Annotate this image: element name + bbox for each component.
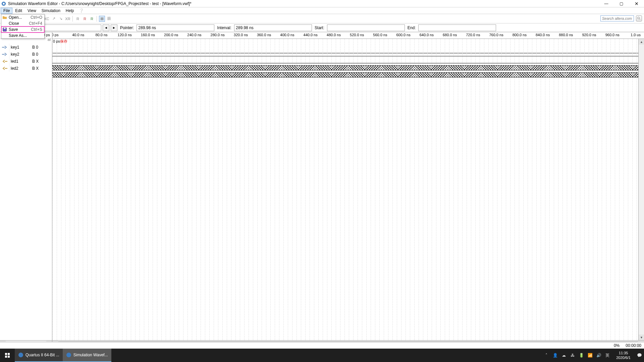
nav-next-button[interactable]: ► (111, 24, 117, 31)
grid-line (632, 39, 633, 340)
taskbar-app-quartus[interactable]: Quartus II 64-Bit ... (15, 349, 63, 362)
wave-vscroll[interactable]: ▲ ▼ (638, 39, 644, 340)
menu-help[interactable]: Help (63, 8, 77, 14)
ruler-tick: 1.0 us (631, 33, 641, 37)
ruler-tick: 840.0 ns (536, 33, 550, 37)
grid-line (401, 39, 401, 340)
tb-grid-icon[interactable]: ▦ (99, 16, 105, 22)
status-time: 00:00:00 (626, 343, 641, 348)
tray-network-icon[interactable]: 🖧 (570, 353, 575, 358)
maximize-button[interactable] (614, 0, 629, 7)
menu-simulation[interactable]: Simulation (39, 8, 63, 14)
grid-line (222, 39, 223, 340)
ruler-tick: 640.0 ns (420, 33, 434, 37)
tray-ime[interactable]: 英 (605, 353, 610, 358)
tb-x1-icon[interactable]: ↗ (51, 16, 57, 22)
grid-line (301, 39, 301, 340)
grid-line (423, 39, 423, 340)
tray-people-icon[interactable]: 👤 (552, 353, 558, 358)
waveform-canvas[interactable] (52, 39, 644, 340)
search-button[interactable] (636, 15, 642, 21)
menu-item-save[interactable]: SaveCtrl+S (1, 26, 44, 33)
grid-line (297, 39, 297, 340)
grid-line (283, 39, 284, 340)
svg-point-12 (18, 353, 23, 357)
signal-table[interactable]: key1B 0key2B 0led1B Xled2B X (0, 44, 52, 340)
signal-row[interactable]: led2B X (0, 65, 52, 72)
nav-prev-button[interactable]: ◄ (103, 24, 109, 31)
tray-chevron-up-icon[interactable]: ˄ (544, 353, 549, 358)
signal-row[interactable]: key1B 0 (0, 44, 52, 51)
grid-line (205, 39, 205, 340)
tray-notifications-icon[interactable]: 💬 (637, 353, 642, 358)
grid-line (57, 39, 57, 340)
tb-r2-icon[interactable]: R (82, 16, 88, 22)
menu-item-save-as-[interactable]: Save As... (1, 33, 44, 39)
tray-volume-icon[interactable]: 🔊 (596, 353, 601, 358)
end-input[interactable] (418, 24, 496, 31)
menu-file[interactable]: File (1, 8, 12, 14)
grid-line (584, 39, 585, 340)
grid-line (318, 39, 319, 340)
wave-row (52, 50, 644, 57)
start-button[interactable] (0, 349, 15, 362)
start-input[interactable] (327, 24, 405, 31)
quartus-icon (18, 352, 23, 358)
ruler-tick: 40.0 ns (72, 33, 84, 37)
pointer-input[interactable] (137, 24, 214, 31)
grid-line (349, 39, 349, 340)
tb-x2-icon[interactable]: ↘ (58, 16, 64, 22)
menu-edit[interactable]: Edit (12, 8, 25, 14)
tb-r3-icon[interactable]: R (89, 16, 95, 22)
taskbar-app-waveform[interactable]: Simulation Wavef... (63, 349, 111, 362)
search-input[interactable] (600, 15, 634, 21)
grid-line (218, 39, 218, 340)
tb-eye-icon[interactable]: 眼 (106, 16, 112, 22)
interval-input[interactable] (234, 24, 312, 31)
grid-line (467, 39, 467, 340)
waveform-app-icon (66, 352, 71, 358)
svg-point-4 (638, 17, 640, 19)
grid-line (628, 39, 628, 340)
menu-view[interactable]: View (25, 8, 39, 14)
clock-time: 11:35 (616, 351, 631, 355)
grid-line (257, 39, 258, 340)
signal-pane: 0 ps at key1B 0key2B 0led1B Xled2B X (0, 32, 52, 346)
tray-battery-icon[interactable]: 🔋 (579, 353, 584, 358)
tb-r1-icon[interactable]: R (75, 16, 81, 22)
interval-label: Interval: (216, 25, 233, 30)
ruler-tick: 0 ps (52, 33, 58, 37)
tray-wifi-icon[interactable]: 📶 (587, 353, 593, 358)
disk-icon (2, 27, 7, 32)
title-bar: Simulation Waveform Editor - C:/Users/sn… (0, 0, 644, 7)
toolbar-sep (72, 16, 73, 22)
toolbar-sep2 (97, 16, 97, 22)
vscroll-up-icon[interactable]: ▲ (639, 39, 644, 45)
grid-line (488, 39, 489, 340)
taskbar-clock[interactable]: 11:35 2020/6/1 (613, 351, 633, 360)
time-ruler[interactable]: 0 ps40.0 ns80.0 ns120.0 ns160.0 ns200.0 … (52, 32, 644, 39)
grid-line (52, 39, 53, 340)
ruler-tick: 400.0 ns (280, 33, 294, 37)
ruler-tick: 800.0 ns (513, 33, 527, 37)
grid-line (157, 39, 157, 340)
wave-row (52, 64, 644, 71)
help-icon[interactable]: ❔ (79, 8, 84, 13)
signal-row[interactable]: led1B X (0, 58, 52, 65)
grid-line (440, 39, 441, 340)
menu-item-open-[interactable]: Open...Ctrl+O (1, 14, 44, 20)
vscroll-down-icon[interactable]: ▼ (639, 335, 644, 340)
signal-row[interactable]: key2B 0 (0, 51, 52, 58)
tb-xr-icon[interactable]: XR (65, 16, 71, 22)
close-button[interactable] (629, 0, 644, 7)
windows-icon (5, 353, 10, 358)
wave-unknown (52, 65, 644, 70)
minimize-button[interactable] (599, 0, 614, 7)
menu-item-close[interactable]: CloseCtrl+F4 (1, 20, 44, 26)
svg-rect-10 (5, 356, 7, 358)
grid-line (497, 39, 497, 340)
ruler-tick: 760.0 ns (489, 33, 503, 37)
tray-onedrive-icon[interactable]: ☁ (561, 353, 567, 358)
grid-line (610, 39, 611, 340)
grid-line (253, 39, 253, 340)
